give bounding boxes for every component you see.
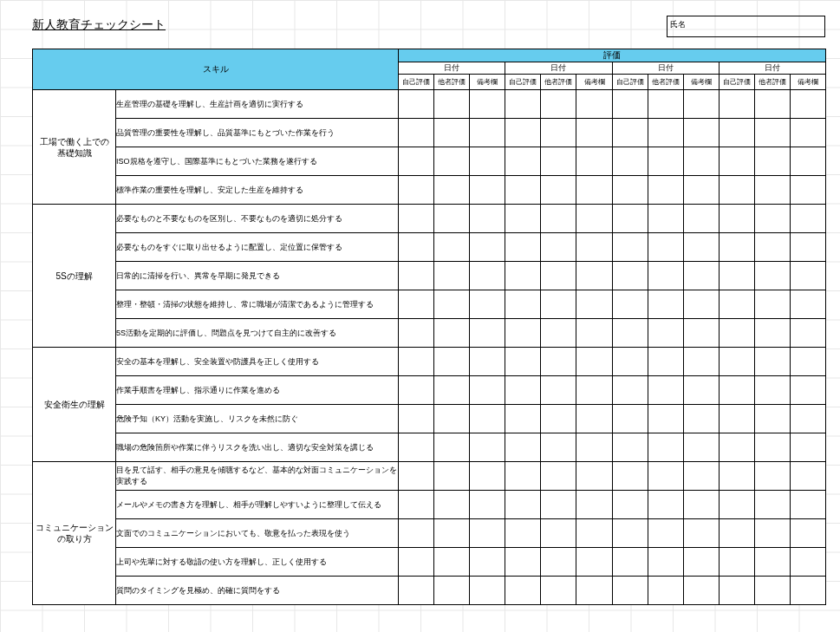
- evaluation-cell[interactable]: [719, 176, 754, 205]
- evaluation-cell[interactable]: [719, 519, 754, 548]
- evaluation-cell[interactable]: [505, 319, 541, 348]
- evaluation-cell[interactable]: [683, 348, 719, 376]
- evaluation-cell[interactable]: [399, 233, 434, 262]
- evaluation-cell[interactable]: [719, 262, 754, 290]
- evaluation-cell[interactable]: [791, 491, 826, 519]
- evaluation-cell[interactable]: [612, 233, 648, 262]
- evaluation-cell[interactable]: [470, 491, 505, 519]
- evaluation-cell[interactable]: [791, 348, 826, 376]
- evaluation-cell[interactable]: [541, 262, 576, 290]
- evaluation-cell[interactable]: [541, 205, 576, 233]
- evaluation-cell[interactable]: [576, 119, 612, 147]
- evaluation-cell[interactable]: [399, 433, 434, 462]
- evaluation-cell[interactable]: [791, 319, 826, 348]
- evaluation-cell[interactable]: [719, 462, 754, 491]
- evaluation-cell[interactable]: [541, 376, 576, 405]
- evaluation-cell[interactable]: [683, 262, 719, 290]
- evaluation-cell[interactable]: [648, 405, 683, 433]
- evaluation-cell[interactable]: [791, 147, 826, 176]
- evaluation-cell[interactable]: [505, 205, 541, 233]
- evaluation-cell[interactable]: [399, 519, 434, 548]
- evaluation-cell[interactable]: [505, 548, 541, 577]
- evaluation-cell[interactable]: [505, 462, 541, 491]
- evaluation-cell[interactable]: [434, 433, 470, 462]
- evaluation-cell[interactable]: [791, 233, 826, 262]
- evaluation-cell[interactable]: [719, 90, 754, 119]
- evaluation-cell[interactable]: [754, 147, 790, 176]
- evaluation-cell[interactable]: [612, 376, 648, 405]
- evaluation-cell[interactable]: [648, 376, 683, 405]
- evaluation-cell[interactable]: [683, 176, 719, 205]
- evaluation-cell[interactable]: [791, 376, 826, 405]
- evaluation-cell[interactable]: [754, 462, 790, 491]
- evaluation-cell[interactable]: [576, 548, 612, 577]
- evaluation-cell[interactable]: [470, 147, 505, 176]
- evaluation-cell[interactable]: [683, 376, 719, 405]
- evaluation-cell[interactable]: [434, 90, 470, 119]
- evaluation-cell[interactable]: [719, 405, 754, 433]
- evaluation-cell[interactable]: [576, 319, 612, 348]
- evaluation-cell[interactable]: [576, 462, 612, 491]
- evaluation-cell[interactable]: [648, 119, 683, 147]
- evaluation-cell[interactable]: [754, 319, 790, 348]
- evaluation-cell[interactable]: [434, 262, 470, 290]
- evaluation-cell[interactable]: [541, 433, 576, 462]
- evaluation-cell[interactable]: [576, 433, 612, 462]
- evaluation-cell[interactable]: [719, 577, 754, 605]
- evaluation-cell[interactable]: [612, 548, 648, 577]
- evaluation-cell[interactable]: [505, 348, 541, 376]
- evaluation-cell[interactable]: [648, 262, 683, 290]
- evaluation-cell[interactable]: [505, 233, 541, 262]
- evaluation-cell[interactable]: [470, 577, 505, 605]
- evaluation-cell[interactable]: [470, 462, 505, 491]
- name-box[interactable]: 氏名: [667, 16, 825, 37]
- evaluation-cell[interactable]: [470, 233, 505, 262]
- evaluation-cell[interactable]: [683, 119, 719, 147]
- evaluation-cell[interactable]: [505, 577, 541, 605]
- evaluation-cell[interactable]: [683, 577, 719, 605]
- evaluation-cell[interactable]: [505, 90, 541, 119]
- evaluation-cell[interactable]: [648, 90, 683, 119]
- evaluation-cell[interactable]: [576, 519, 612, 548]
- evaluation-cell[interactable]: [754, 290, 790, 319]
- evaluation-cell[interactable]: [505, 262, 541, 290]
- evaluation-cell[interactable]: [683, 519, 719, 548]
- evaluation-cell[interactable]: [719, 548, 754, 577]
- evaluation-cell[interactable]: [470, 205, 505, 233]
- evaluation-cell[interactable]: [612, 176, 648, 205]
- evaluation-cell[interactable]: [399, 548, 434, 577]
- evaluation-cell[interactable]: [399, 262, 434, 290]
- evaluation-cell[interactable]: [719, 319, 754, 348]
- evaluation-cell[interactable]: [612, 491, 648, 519]
- evaluation-cell[interactable]: [434, 348, 470, 376]
- evaluation-cell[interactable]: [754, 577, 790, 605]
- evaluation-cell[interactable]: [648, 491, 683, 519]
- evaluation-cell[interactable]: [754, 548, 790, 577]
- evaluation-cell[interactable]: [754, 90, 790, 119]
- evaluation-cell[interactable]: [791, 90, 826, 119]
- evaluation-cell[interactable]: [648, 348, 683, 376]
- evaluation-cell[interactable]: [754, 205, 790, 233]
- evaluation-cell[interactable]: [648, 519, 683, 548]
- evaluation-cell[interactable]: [470, 262, 505, 290]
- evaluation-cell[interactable]: [791, 290, 826, 319]
- evaluation-cell[interactable]: [541, 519, 576, 548]
- evaluation-cell[interactable]: [576, 90, 612, 119]
- evaluation-cell[interactable]: [434, 376, 470, 405]
- evaluation-cell[interactable]: [612, 147, 648, 176]
- evaluation-cell[interactable]: [505, 176, 541, 205]
- evaluation-cell[interactable]: [470, 319, 505, 348]
- evaluation-cell[interactable]: [754, 519, 790, 548]
- evaluation-cell[interactable]: [399, 577, 434, 605]
- evaluation-cell[interactable]: [470, 519, 505, 548]
- evaluation-cell[interactable]: [612, 262, 648, 290]
- evaluation-cell[interactable]: [576, 233, 612, 262]
- evaluation-cell[interactable]: [505, 433, 541, 462]
- evaluation-cell[interactable]: [754, 348, 790, 376]
- evaluation-cell[interactable]: [541, 233, 576, 262]
- evaluation-cell[interactable]: [791, 433, 826, 462]
- evaluation-cell[interactable]: [719, 233, 754, 262]
- evaluation-cell[interactable]: [791, 205, 826, 233]
- evaluation-cell[interactable]: [754, 176, 790, 205]
- evaluation-cell[interactable]: [470, 548, 505, 577]
